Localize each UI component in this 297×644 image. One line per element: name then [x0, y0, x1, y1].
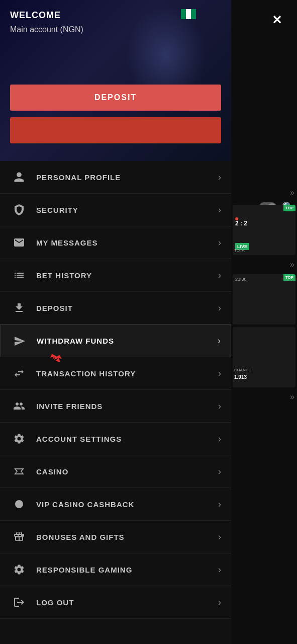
security-label: SECURITY [36, 206, 218, 214]
vip-casino-cashback-label: VIP CASINO CASHBACK [36, 500, 218, 509]
log-out-label: LOG OUT [36, 598, 218, 607]
menu-item-casino[interactable]: CASINO › [0, 455, 231, 488]
person-icon [10, 168, 28, 186]
gift-icon [10, 528, 28, 546]
menu-item-deposit[interactable]: DEPOSIT › [0, 292, 231, 325]
menu-item-vip-casino-cashback[interactable]: VIP CASINO CASHBACK › [0, 488, 231, 521]
transaction-icon [10, 364, 28, 382]
my-messages-label: MY MESSAGES [36, 238, 218, 247]
chevron-bonuses: › [218, 532, 221, 542]
top-badge-2: TOP [283, 274, 295, 281]
top-badge-1: TOP [283, 205, 295, 211]
menu-item-responsible-gaming[interactable]: RESPONSIBLE GAMING › [0, 553, 231, 586]
menu-item-invite-friends[interactable]: INVITE FRIENDS › [0, 390, 231, 423]
account-label: Main account (NGN) [10, 25, 83, 34]
chevron-invite: › [218, 401, 221, 412]
transaction-history-label: TRANSACTION HISTORY [36, 369, 218, 378]
chevron-deposit: › [218, 303, 221, 313]
svg-point-0 [15, 500, 23, 508]
withdraw-funds-label: WITHDRAW FUNDS [37, 337, 218, 345]
total-text-1: TOTA [234, 248, 245, 253]
match-card-3[interactable]: CHANCE 1.913 [233, 327, 295, 387]
chevron-vip: › [218, 499, 221, 510]
users-icon [10, 397, 28, 415]
menu-item-log-out[interactable]: LOG OUT › [0, 586, 231, 619]
personal-profile-label: PERSONAL PROFILE [36, 173, 218, 182]
chevron-withdraw: › [218, 336, 221, 346]
menu-panel: WELCOME Main account (NGN) DEPOSIT PERSO… [0, 0, 231, 644]
menu-item-bet-history[interactable]: BET HISTORY › [0, 259, 231, 292]
responsible-gaming-icon [10, 560, 28, 579]
menu-item-my-messages[interactable]: MY MESSAGES › [0, 226, 231, 259]
chevron-messages: › [218, 237, 221, 248]
list-icon [10, 266, 28, 284]
menu-item-security[interactable]: SECURITY › [0, 194, 231, 226]
chance-text-3: CHANCE [234, 368, 251, 372]
menu-item-withdraw-funds[interactable]: WITHDRAW FUNDS › [0, 325, 231, 357]
chevron-settings: › [218, 434, 221, 444]
chevron-responsible: › [218, 565, 221, 575]
responsible-gaming-label: RESPONSIBLE GAMING [36, 566, 218, 574]
casino-label: CASINO [36, 467, 218, 476]
chevron-logout: › [218, 597, 221, 608]
deposit-label: DEPOSIT [36, 304, 218, 312]
gear-icon [10, 430, 28, 448]
header-section: WELCOME Main account (NGN) DEPOSIT [0, 0, 231, 161]
logout-icon [10, 593, 28, 611]
download-icon [10, 299, 28, 317]
chevron-casino: › [218, 466, 221, 477]
invite-friends-label: INVITE FRIENDS [36, 402, 218, 411]
double-chevron-top: » [231, 186, 297, 200]
time-text-2: 23:00 [235, 277, 247, 282]
close-button[interactable]: ✕ [267, 10, 287, 30]
bowtie-icon [10, 462, 28, 480]
deposit-button[interactable]: DEPOSIT [10, 85, 221, 111]
withdraw-icon [11, 332, 29, 350]
odds-text-3: 1.913 [234, 374, 247, 380]
menu-item-transaction-history[interactable]: TRANSACTION HISTORY › [0, 357, 231, 390]
menu-item-account-settings[interactable]: ACCOUNT SETTINGS › [0, 423, 231, 455]
envelope-icon [10, 233, 28, 252]
right-panel: 🔍 » TOP 2 : 2 LIVE TOTA » TOP 23:00 CHAN… [231, 0, 297, 644]
chevron-transaction: › [218, 368, 221, 379]
account-settings-label: ACCOUNT SETTINGS [36, 435, 218, 443]
second-action-button[interactable] [10, 117, 221, 143]
match-card-2[interactable]: TOP 23:00 [233, 274, 295, 325]
chevron-personal-profile: › [218, 172, 221, 183]
circle-icon [10, 495, 28, 513]
chevron-bet-history: › [218, 270, 221, 281]
bonuses-gifts-label: BONUSES AND GIFTS [36, 533, 218, 541]
menu-item-bonuses-gifts[interactable]: BONUSES AND GIFTS › [0, 521, 231, 553]
chevron-security: › [218, 205, 221, 215]
double-chevron-mid: » [231, 258, 297, 272]
menu-item-personal-profile[interactable]: PERSONAL PROFILE › [0, 161, 231, 194]
double-chevron-bottom: » [231, 390, 297, 404]
bet-history-label: BET HISTORY [36, 271, 218, 280]
panel-controls: 🔍 [231, 0, 297, 216]
score-1: 2 : 2 [235, 220, 247, 227]
menu-list: PERSONAL PROFILE › SECURITY › MY MESSAGE… [0, 161, 231, 619]
flag-icon [181, 9, 196, 19]
match-card-1[interactable]: TOP 2 : 2 LIVE TOTA [233, 205, 295, 255]
shield-icon [10, 201, 28, 219]
welcome-text: WELCOME [10, 10, 61, 21]
